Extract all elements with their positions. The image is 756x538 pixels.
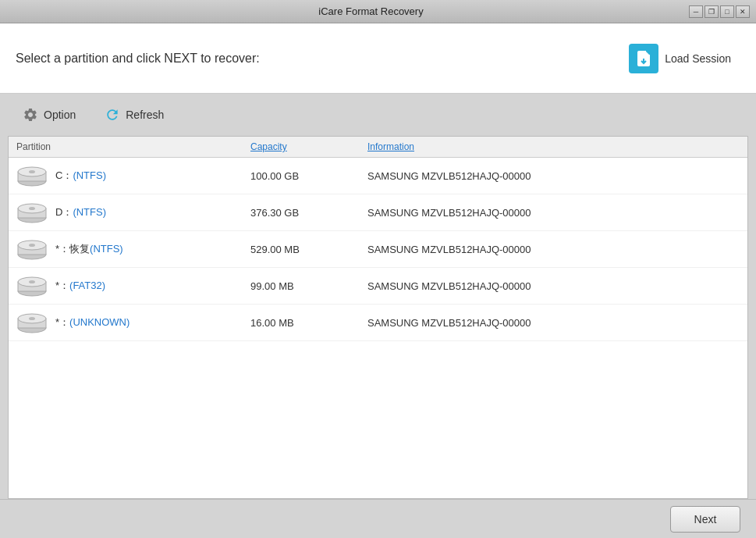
refresh-button[interactable]: Refresh [98, 103, 170, 126]
table-row[interactable]: C：(NTFS) 100.00 GB SAMSUNG MZVLB512HAJQ-… [9, 158, 747, 194]
svg-point-4 [29, 170, 35, 173]
titlebar: iCare Format Recovery ─ ❐ □ ✕ [0, 0, 756, 23]
info-value: SAMSUNG MZVLB512HAJQ-00000 [367, 207, 555, 219]
svg-point-16 [29, 280, 35, 283]
table-body: C：(NTFS) 100.00 GB SAMSUNG MZVLB512HAJQ-… [9, 158, 747, 498]
next-button[interactable]: Next [670, 506, 740, 533]
svg-point-20 [29, 317, 35, 320]
disk-icon [16, 311, 48, 334]
svg-point-12 [29, 244, 35, 247]
partition-cell: D：(NTFS) [16, 201, 250, 224]
capacity-value: 376.30 GB [250, 207, 367, 219]
load-session-label: Load Session [665, 52, 731, 65]
info-value: SAMSUNG MZVLB512HAJQ-00000 [367, 317, 555, 329]
minimize-button[interactable]: ─ [689, 5, 703, 18]
partition-cell: *：(FAT32) [16, 274, 250, 298]
option-button[interactable]: Option [16, 103, 82, 126]
partition-name: *：(UNKNOWN) [55, 315, 130, 330]
load-session-button[interactable]: Load Session [619, 39, 740, 78]
close-button[interactable]: ✕ [736, 5, 750, 18]
disk-icon [16, 164, 48, 187]
capacity-value: 100.00 GB [250, 170, 367, 182]
disk-icon [16, 201, 48, 224]
partition-table: Partition Capacity Information [8, 136, 748, 499]
capacity-value: 529.00 MB [250, 244, 367, 255]
refresh-label: Refresh [126, 109, 164, 121]
table-row[interactable]: *：恢复(NTFS) 529.00 MB SAMSUNG MZVLB512HAJ… [9, 231, 747, 268]
toolbar: Option Refresh [0, 94, 756, 136]
table-header: Partition Capacity Information [9, 137, 747, 158]
bottom-bar: Next [0, 499, 756, 538]
disk-icon [16, 237, 48, 261]
disk-icon [16, 274, 48, 298]
info-value: SAMSUNG MZVLB512HAJQ-00000 [367, 170, 555, 182]
window-controls[interactable]: ─ ❐ □ ✕ [689, 5, 750, 18]
partition-name: *：(FAT32) [55, 279, 105, 293]
info-value: SAMSUNG MZVLB512HAJQ-00000 [367, 244, 555, 255]
restore-button[interactable]: ❐ [705, 5, 719, 18]
refresh-icon [104, 106, 121, 123]
load-session-icon [629, 44, 658, 73]
table-row[interactable]: *：(UNKNOWN) 16.00 MB SAMSUNG MZVLB512HAJ… [9, 305, 747, 341]
col-information: Information [367, 141, 555, 152]
header-bar: Select a partition and click NEXT to rec… [0, 23, 756, 94]
window-title: iCare Format Recovery [53, 5, 689, 17]
svg-point-8 [29, 207, 35, 210]
partition-cell: *：恢复(NTFS) [16, 237, 250, 261]
col-capacity: Capacity [250, 141, 367, 152]
partition-cell: C：(NTFS) [16, 164, 250, 187]
maximize-button[interactable]: □ [720, 5, 734, 18]
option-label: Option [44, 109, 76, 121]
col-partition: Partition [16, 141, 250, 152]
main-window: Select a partition and click NEXT to rec… [0, 23, 756, 538]
partition-name: C：(NTFS) [55, 169, 106, 183]
table-row[interactable]: D：(NTFS) 376.30 GB SAMSUNG MZVLB512HAJQ-… [9, 194, 747, 231]
capacity-value: 99.00 MB [250, 280, 367, 292]
partition-cell: *：(UNKNOWN) [16, 311, 250, 334]
partition-name: D：(NTFS) [55, 205, 106, 219]
partition-name: *：恢复(NTFS) [55, 242, 123, 256]
col-extra [555, 141, 740, 152]
info-value: SAMSUNG MZVLB512HAJQ-00000 [367, 280, 555, 292]
gear-icon [22, 106, 39, 123]
header-instruction: Select a partition and click NEXT to rec… [16, 52, 260, 66]
table-row[interactable]: *：(FAT32) 99.00 MB SAMSUNG MZVLB512HAJQ-… [9, 268, 747, 305]
capacity-value: 16.00 MB [250, 317, 367, 329]
